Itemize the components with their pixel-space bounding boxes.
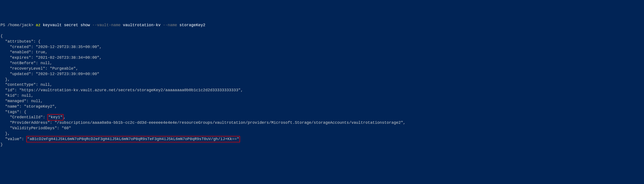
json-line: "recoveryLevel": "Purgeable", xyxy=(0,66,78,71)
cmd-flag: --vault-name xyxy=(92,23,120,27)
json-line: "tags": { xyxy=(0,110,26,114)
terminal-output: PS /home/jack> az keyvault secret show -… xyxy=(0,23,644,147)
json-line: "id": "https://vaultrotation-kv.vault.az… xyxy=(0,88,243,92)
prompt-path: /home/jack xyxy=(8,23,31,27)
json-line: "contentType": null, xyxy=(0,83,52,87)
json-line: "managed": null, xyxy=(0,99,43,103)
command-line[interactable]: PS /home/jack> az keyvault secret show -… xyxy=(0,23,644,28)
json-line: "ValidityPeriodDays": "60" xyxy=(0,126,71,130)
json-line: "notBefore": null, xyxy=(0,61,52,65)
json-line: }, xyxy=(0,131,10,136)
json-line: }, xyxy=(0,77,10,82)
cmd-binary: az xyxy=(36,23,40,27)
cmd-value: storageKey2 xyxy=(180,23,205,27)
json-line: "kid": null, xyxy=(0,93,33,98)
cmd-subcommand: keyvault secret show xyxy=(43,23,90,27)
json-brace-open: { xyxy=(0,34,3,38)
json-value-line: "value": "aB1cD2eFgH4iJ5kL6mN7oP8qRcD2eF… xyxy=(0,137,240,141)
json-line: "expires": "2021-02-26T23:38:34+00:00", xyxy=(0,55,102,60)
credential-id-highlight: "key1" xyxy=(48,114,64,120)
json-credential-id-line: "CredentialId": "key1", xyxy=(0,115,66,119)
secret-value-highlight: "aB1cD2eFgH4iJ5kL6mN7oP8qRcD2eF3gH4iJ5kL… xyxy=(26,136,240,142)
prompt-prefix: PS xyxy=(0,23,5,27)
json-line: "ProviderAddress": "/subscriptions/aaaa0… xyxy=(0,120,406,125)
json-brace-close: } xyxy=(0,142,3,147)
cmd-flag: --name xyxy=(163,23,177,27)
json-line: "attributes": { xyxy=(0,39,40,44)
json-line: "name": "storageKey2", xyxy=(0,104,57,109)
json-line: "created": "2020-12-29T23:38:35+00:00", xyxy=(0,45,102,49)
json-line: "updated": "2020-12-29T23:39:09+00:00" xyxy=(0,72,100,76)
cmd-value: vaultrotation-kv xyxy=(123,23,161,27)
json-line: "enabled": true, xyxy=(0,50,48,54)
